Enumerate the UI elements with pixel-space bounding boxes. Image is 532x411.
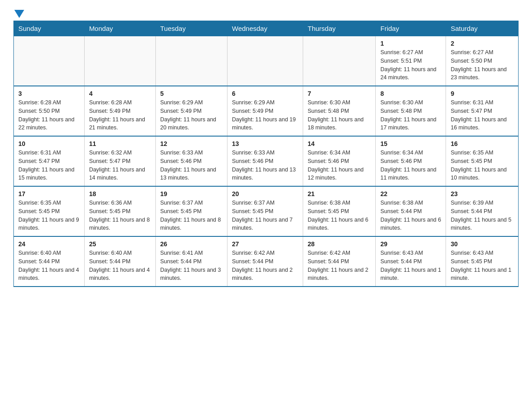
calendar-cell: 9Sunrise: 6:31 AMSunset: 5:47 PMDaylight… xyxy=(446,86,519,136)
day-info: Sunrise: 6:27 AMSunset: 5:51 PMDaylight:… xyxy=(380,48,441,82)
day-info: Sunrise: 6:30 AMSunset: 5:48 PMDaylight:… xyxy=(380,98,441,132)
calendar-cell: 25Sunrise: 6:40 AMSunset: 5:44 PMDayligh… xyxy=(84,236,155,287)
day-info: Sunrise: 6:40 AMSunset: 5:44 PMDaylight:… xyxy=(18,249,80,283)
calendar-cell: 11Sunrise: 6:32 AMSunset: 5:47 PMDayligh… xyxy=(84,136,155,186)
calendar-cell: 15Sunrise: 6:34 AMSunset: 5:46 PMDayligh… xyxy=(376,136,446,186)
day-info: Sunrise: 6:40 AMSunset: 5:44 PMDaylight:… xyxy=(89,249,151,283)
day-number: 10 xyxy=(18,140,80,147)
day-number: 22 xyxy=(380,190,441,197)
page-header xyxy=(13,9,519,16)
day-number: 1 xyxy=(380,40,441,47)
calendar-cell: 13Sunrise: 6:33 AMSunset: 5:46 PMDayligh… xyxy=(227,136,303,186)
day-number: 9 xyxy=(450,90,514,97)
header-friday: Friday xyxy=(376,21,446,36)
calendar-cell: 16Sunrise: 6:35 AMSunset: 5:45 PMDayligh… xyxy=(446,136,519,186)
calendar-week-row: 3Sunrise: 6:28 AMSunset: 5:50 PMDaylight… xyxy=(14,86,519,136)
day-number: 8 xyxy=(380,90,441,97)
day-info: Sunrise: 6:38 AMSunset: 5:45 PMDaylight:… xyxy=(308,199,371,232)
day-info: Sunrise: 6:42 AMSunset: 5:44 PMDaylight:… xyxy=(308,249,371,283)
calendar-cell: 5Sunrise: 6:29 AMSunset: 5:49 PMDaylight… xyxy=(155,86,227,136)
day-number: 29 xyxy=(380,240,441,248)
calendar-cell: 28Sunrise: 6:42 AMSunset: 5:44 PMDayligh… xyxy=(303,236,375,287)
day-number: 30 xyxy=(450,240,514,248)
calendar-cell: 17Sunrise: 6:35 AMSunset: 5:45 PMDayligh… xyxy=(14,186,85,236)
calendar-cell: 10Sunrise: 6:31 AMSunset: 5:47 PMDayligh… xyxy=(14,136,85,186)
calendar-week-row: 10Sunrise: 6:31 AMSunset: 5:47 PMDayligh… xyxy=(14,136,519,186)
logo-triangle-icon xyxy=(14,10,24,18)
day-info: Sunrise: 6:35 AMSunset: 5:45 PMDaylight:… xyxy=(18,199,80,232)
day-number: 11 xyxy=(89,140,151,147)
day-number: 28 xyxy=(308,240,371,248)
calendar-cell: 24Sunrise: 6:40 AMSunset: 5:44 PMDayligh… xyxy=(14,236,85,287)
day-number: 5 xyxy=(160,90,223,97)
calendar-cell: 18Sunrise: 6:36 AMSunset: 5:45 PMDayligh… xyxy=(84,186,155,236)
day-number: 2 xyxy=(450,40,514,47)
calendar-week-row: 17Sunrise: 6:35 AMSunset: 5:45 PMDayligh… xyxy=(14,186,519,236)
calendar-cell xyxy=(303,36,375,86)
day-number: 27 xyxy=(232,240,298,248)
day-number: 21 xyxy=(308,190,371,197)
day-info: Sunrise: 6:33 AMSunset: 5:46 PMDaylight:… xyxy=(160,149,223,182)
day-number: 4 xyxy=(89,90,151,97)
header-wednesday: Wednesday xyxy=(227,21,303,36)
calendar-cell: 23Sunrise: 6:39 AMSunset: 5:44 PMDayligh… xyxy=(446,186,519,236)
day-info: Sunrise: 6:41 AMSunset: 5:44 PMDaylight:… xyxy=(160,249,223,283)
calendar-cell: 2Sunrise: 6:27 AMSunset: 5:50 PMDaylight… xyxy=(446,36,519,86)
day-number: 13 xyxy=(232,140,298,147)
day-number: 6 xyxy=(232,90,298,97)
calendar-table: SundayMondayTuesdayWednesdayThursdayFrid… xyxy=(13,21,519,287)
day-number: 23 xyxy=(450,190,514,197)
day-info: Sunrise: 6:36 AMSunset: 5:45 PMDaylight:… xyxy=(89,199,151,232)
svg-marker-0 xyxy=(14,10,24,18)
day-info: Sunrise: 6:43 AMSunset: 5:44 PMDaylight:… xyxy=(380,249,441,283)
calendar-cell xyxy=(14,36,85,86)
day-number: 20 xyxy=(232,190,298,197)
header-sunday: Sunday xyxy=(14,21,85,36)
calendar-cell: 27Sunrise: 6:42 AMSunset: 5:44 PMDayligh… xyxy=(227,236,303,287)
calendar-cell: 21Sunrise: 6:38 AMSunset: 5:45 PMDayligh… xyxy=(303,186,375,236)
calendar-cell: 4Sunrise: 6:28 AMSunset: 5:49 PMDaylight… xyxy=(84,86,155,136)
day-info: Sunrise: 6:39 AMSunset: 5:44 PMDaylight:… xyxy=(450,199,514,232)
day-number: 3 xyxy=(18,90,80,97)
logo xyxy=(13,9,24,16)
day-number: 26 xyxy=(160,240,223,248)
calendar-cell: 22Sunrise: 6:38 AMSunset: 5:44 PMDayligh… xyxy=(376,186,446,236)
calendar-cell: 29Sunrise: 6:43 AMSunset: 5:44 PMDayligh… xyxy=(376,236,446,287)
day-info: Sunrise: 6:34 AMSunset: 5:46 PMDaylight:… xyxy=(380,149,441,182)
day-info: Sunrise: 6:28 AMSunset: 5:49 PMDaylight:… xyxy=(89,98,151,132)
day-info: Sunrise: 6:37 AMSunset: 5:45 PMDaylight:… xyxy=(160,199,223,232)
day-number: 16 xyxy=(450,140,514,147)
header-monday: Monday xyxy=(84,21,155,36)
day-number: 17 xyxy=(18,190,80,197)
day-info: Sunrise: 6:35 AMSunset: 5:45 PMDaylight:… xyxy=(450,149,514,182)
day-number: 14 xyxy=(308,140,371,147)
day-info: Sunrise: 6:42 AMSunset: 5:44 PMDaylight:… xyxy=(232,249,298,283)
day-info: Sunrise: 6:28 AMSunset: 5:50 PMDaylight:… xyxy=(18,98,80,132)
day-info: Sunrise: 6:31 AMSunset: 5:47 PMDaylight:… xyxy=(450,98,514,132)
day-number: 25 xyxy=(89,240,151,248)
day-info: Sunrise: 6:43 AMSunset: 5:45 PMDaylight:… xyxy=(450,249,514,283)
calendar-cell: 12Sunrise: 6:33 AMSunset: 5:46 PMDayligh… xyxy=(155,136,227,186)
calendar-cell: 6Sunrise: 6:29 AMSunset: 5:49 PMDaylight… xyxy=(227,86,303,136)
day-info: Sunrise: 6:29 AMSunset: 5:49 PMDaylight:… xyxy=(160,98,223,132)
calendar-header-row: SundayMondayTuesdayWednesdayThursdayFrid… xyxy=(14,21,519,36)
day-info: Sunrise: 6:34 AMSunset: 5:46 PMDaylight:… xyxy=(308,149,371,182)
header-thursday: Thursday xyxy=(303,21,375,36)
calendar-cell: 26Sunrise: 6:41 AMSunset: 5:44 PMDayligh… xyxy=(155,236,227,287)
calendar-cell: 8Sunrise: 6:30 AMSunset: 5:48 PMDaylight… xyxy=(376,86,446,136)
calendar-cell: 14Sunrise: 6:34 AMSunset: 5:46 PMDayligh… xyxy=(303,136,375,186)
calendar-week-row: 1Sunrise: 6:27 AMSunset: 5:51 PMDaylight… xyxy=(14,36,519,86)
day-number: 19 xyxy=(160,190,223,197)
header-tuesday: Tuesday xyxy=(155,21,227,36)
day-number: 7 xyxy=(308,90,371,97)
calendar-cell: 7Sunrise: 6:30 AMSunset: 5:48 PMDaylight… xyxy=(303,86,375,136)
calendar-cell xyxy=(227,36,303,86)
day-info: Sunrise: 6:33 AMSunset: 5:46 PMDaylight:… xyxy=(232,149,298,182)
calendar-cell xyxy=(155,36,227,86)
day-number: 18 xyxy=(89,190,151,197)
calendar-cell: 3Sunrise: 6:28 AMSunset: 5:50 PMDaylight… xyxy=(14,86,85,136)
day-number: 15 xyxy=(380,140,441,147)
day-info: Sunrise: 6:32 AMSunset: 5:47 PMDaylight:… xyxy=(89,149,151,182)
day-info: Sunrise: 6:37 AMSunset: 5:45 PMDaylight:… xyxy=(232,199,298,232)
day-info: Sunrise: 6:27 AMSunset: 5:50 PMDaylight:… xyxy=(450,48,514,82)
